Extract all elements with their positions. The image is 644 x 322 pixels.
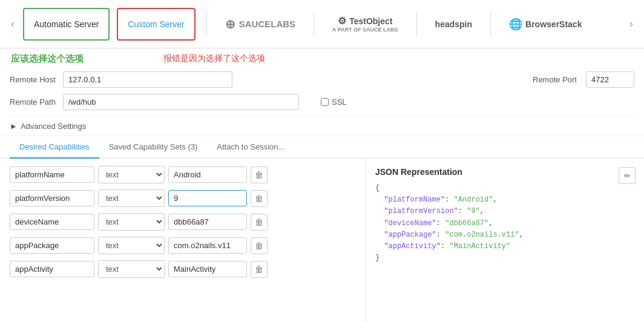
json-edit-button[interactable]: ✏ — [619, 167, 636, 184]
headspin-tab[interactable]: headspin — [435, 19, 472, 29]
cap-name-input[interactable] — [10, 190, 94, 206]
nav-right-arrow[interactable]: › — [625, 18, 638, 30]
remote-host-input[interactable] — [63, 71, 232, 88]
browser-stack-icon: 🌐 — [509, 18, 522, 31]
automatic-server-tab[interactable]: Automatic Server — [23, 8, 110, 41]
page-wrapper: ‹ Automatic Server Custom Server ⊕ SAUCE… — [0, 0, 644, 322]
cap-value-input[interactable] — [168, 166, 247, 183]
annotation-red: 报错是因为选择了这个选项 — [163, 53, 265, 64]
remote-host-label: Remote Host — [10, 75, 58, 84]
delete-capability-button[interactable]: 🗑 — [251, 190, 268, 207]
nav-left-arrow[interactable]: ‹ — [6, 18, 19, 30]
remote-path-label: Remote Path — [10, 97, 58, 107]
test-object-tab[interactable]: ⚙ TestObject A PART OF SAUCE LABS — [332, 15, 398, 33]
cap-name-input[interactable] — [10, 237, 94, 254]
test-object-label: TestObject — [349, 16, 392, 26]
sauce-labs-tab[interactable]: ⊕ SAUCELABS — [225, 17, 295, 31]
sauce-labs-label: SAUCELABS — [239, 19, 295, 29]
cap-type-select[interactable]: textnumberboolean — [98, 237, 165, 254]
attach-session-label: Attach to Session... — [217, 142, 284, 151]
headspin-label: headspin — [435, 19, 472, 29]
custom-server-tab[interactable]: Custom Server — [117, 8, 195, 41]
tab-saved-capability-sets[interactable]: Saved Capability Sets (3) — [99, 136, 208, 159]
ssl-label: SSL — [332, 97, 347, 107]
form-area: Remote Host Remote Port Remote Path SSL … — [0, 48, 644, 136]
cap-value-input[interactable] — [168, 190, 247, 206]
tab-divider-1 — [206, 12, 207, 36]
cap-type-select[interactable]: textnumberboolean — [98, 189, 165, 207]
saved-capability-sets-label: Saved Capability Sets (3) — [109, 142, 198, 151]
capability-tabs: Desired Capabilities Saved Capability Se… — [0, 136, 644, 159]
remote-host-row: Remote Host Remote Port — [10, 71, 634, 88]
remote-path-row: Remote Path SSL — [10, 94, 634, 110]
sauce-labs-icon: ⊕ — [225, 17, 235, 31]
main-content: textnumberboolean 🗑 textnumberboolean 🗑 … — [0, 159, 644, 322]
cap-value-input[interactable] — [168, 214, 247, 230]
remote-port-label: Remote Port — [533, 75, 581, 84]
capabilities-table: textnumberboolean 🗑 textnumberboolean 🗑 … — [0, 159, 366, 322]
json-panel-title: JSON Representation — [375, 167, 634, 177]
delete-capability-button[interactable]: 🗑 — [251, 214, 268, 231]
test-object-icon: ⚙ — [338, 15, 346, 27]
browser-stack-label: BrowserStack — [525, 19, 582, 29]
cap-name-input[interactable] — [10, 166, 94, 183]
ssl-checkbox-label[interactable]: SSL — [321, 97, 347, 107]
table-row: textnumberboolean 🗑 — [10, 237, 355, 254]
advanced-settings-label: Advanced Settings — [21, 122, 86, 131]
tab-attach-session[interactable]: Attach to Session... — [207, 136, 294, 159]
tab-divider-2 — [314, 12, 314, 36]
delete-capability-button[interactable]: 🗑 — [251, 261, 268, 278]
server-tabs-bar: ‹ Automatic Server Custom Server ⊕ SAUCE… — [0, 0, 644, 48]
chevron-right-icon: ► — [10, 122, 18, 131]
delete-capability-button[interactable]: 🗑 — [251, 237, 268, 254]
browser-stack-tab[interactable]: 🌐 BrowserStack — [509, 18, 582, 31]
advanced-settings-toggle[interactable]: ► Advanced Settings — [10, 116, 634, 136]
delete-capability-button[interactable]: 🗑 — [251, 166, 268, 183]
table-row: textnumberboolean 🗑 — [10, 189, 355, 207]
test-object-sub-label: A PART OF SAUCE LABS — [332, 27, 398, 33]
table-row: textnumberboolean 🗑 — [10, 166, 355, 183]
cap-type-select[interactable]: textnumberboolean — [98, 260, 165, 278]
cap-value-input[interactable] — [168, 261, 247, 277]
annotation-green: 应该选择这个选项 — [11, 53, 84, 65]
custom-server-label: Custom Server — [128, 19, 184, 29]
table-row: textnumberboolean 🗑 — [10, 260, 355, 278]
json-content: { "platformName": "Android", "platformVe… — [375, 183, 634, 264]
json-panel: JSON Representation ✏ { "platformName": … — [366, 159, 644, 322]
cap-value-input[interactable] — [168, 237, 247, 254]
tab-desired-capabilities[interactable]: Desired Capabilities — [10, 136, 99, 159]
cap-type-select[interactable]: textnumberboolean — [98, 166, 165, 183]
cap-type-select[interactable]: textnumberboolean — [98, 213, 165, 231]
remote-path-input[interactable] — [63, 94, 299, 110]
remote-port-input[interactable] — [586, 71, 634, 88]
automatic-server-label: Automatic Server — [34, 19, 99, 29]
desired-capabilities-label: Desired Capabilities — [19, 142, 90, 151]
ssl-checkbox[interactable] — [321, 98, 329, 106]
cap-name-input[interactable] — [10, 261, 94, 277]
tab-divider-4 — [490, 12, 491, 36]
table-row: textnumberboolean 🗑 — [10, 213, 355, 231]
cap-name-input[interactable] — [10, 214, 94, 230]
tab-divider-3 — [416, 12, 417, 36]
